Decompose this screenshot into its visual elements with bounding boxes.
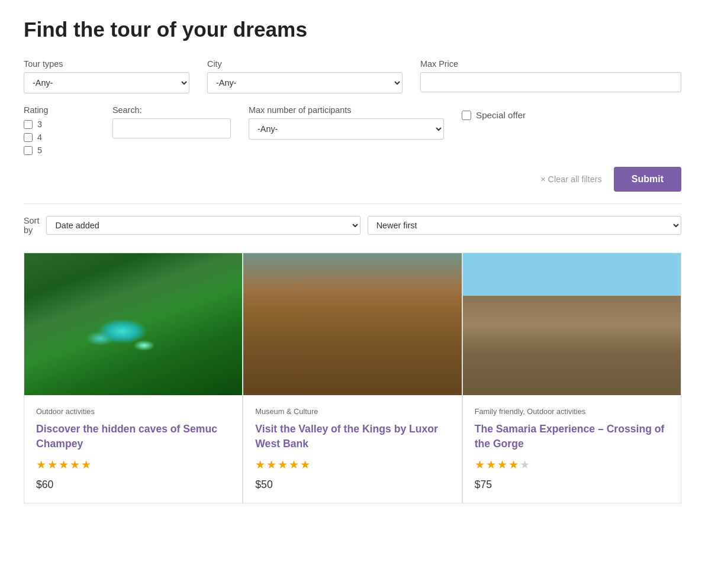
star-3: ★ bbox=[278, 458, 288, 471]
rating-3-label[interactable]: 3 bbox=[24, 119, 95, 129]
city-select[interactable]: -Any- Luxor Guatemala Crete bbox=[207, 72, 403, 93]
star-5: ★ bbox=[81, 458, 91, 471]
filter-row-2: Rating 3 4 5 Search: Max number of parti… bbox=[24, 105, 681, 155]
card-title-kings[interactable]: Visit the Valley of the Kings by Luxor W… bbox=[255, 422, 449, 451]
card-stars-samaria: ★ ★ ★ ★ ★ bbox=[475, 458, 669, 471]
participants-label: Max number of participants bbox=[249, 105, 444, 115]
card-image-samaria bbox=[463, 253, 681, 395]
card-price-kings: $50 bbox=[255, 479, 449, 491]
card-stars-kings: ★ ★ ★ ★ ★ bbox=[255, 458, 449, 471]
search-label: Search: bbox=[112, 105, 231, 115]
tour-types-group: Tour types -Any- Outdoor activities Muse… bbox=[24, 59, 189, 93]
card-image-semuc bbox=[24, 253, 242, 395]
cards-grid: Outdoor activities Discover the hidden c… bbox=[24, 253, 681, 503]
card-stars-semuc: ★ ★ ★ ★ ★ bbox=[36, 458, 230, 471]
special-offer-label: Special offer bbox=[476, 110, 526, 120]
card-title-samaria[interactable]: The Samaria Experience – Crossing of the… bbox=[475, 422, 669, 451]
clear-filters-link[interactable]: × Clear all filters bbox=[540, 175, 602, 184]
participants-select[interactable]: -Any- 5 10 15 20 bbox=[249, 118, 444, 140]
rating-checks: 3 4 5 bbox=[24, 119, 95, 155]
special-offer-group: Special offer bbox=[462, 105, 681, 120]
card-semuc: Outdoor activities Discover the hidden c… bbox=[24, 253, 243, 503]
star-2: ★ bbox=[486, 458, 496, 471]
rating-4-label[interactable]: 4 bbox=[24, 133, 95, 142]
participants-group: Max number of participants -Any- 5 10 15… bbox=[249, 105, 444, 140]
card-body-semuc: Outdoor activities Discover the hidden c… bbox=[24, 395, 242, 503]
rating-5-label[interactable]: 5 bbox=[24, 146, 95, 155]
card-price-semuc: $60 bbox=[36, 479, 230, 491]
card-type-samaria: Family friendly, Outdoor activities bbox=[475, 407, 669, 416]
card-body-kings: Museum & Culture Visit the Valley of the… bbox=[243, 395, 461, 503]
right-filter-col: Special offer bbox=[462, 105, 681, 120]
filters-section: Tour types -Any- Outdoor activities Muse… bbox=[24, 59, 681, 192]
tour-types-label: Tour types bbox=[24, 59, 189, 69]
card-image-kings bbox=[243, 253, 461, 395]
card-type-kings: Museum & Culture bbox=[255, 407, 449, 416]
rating-5-checkbox[interactable] bbox=[24, 146, 33, 155]
rating-4-checkbox[interactable] bbox=[24, 133, 33, 142]
card-kings: Museum & Culture Visit the Valley of the… bbox=[243, 253, 462, 503]
star-4: ★ bbox=[70, 458, 80, 471]
star-4: ★ bbox=[508, 458, 519, 471]
filter-row-1: Tour types -Any- Outdoor activities Muse… bbox=[24, 59, 681, 93]
card-type-semuc: Outdoor activities bbox=[36, 407, 230, 416]
star-1: ★ bbox=[36, 458, 46, 471]
card-body-samaria: Family friendly, Outdoor activities The … bbox=[463, 395, 681, 503]
sort-label: Sort by bbox=[24, 216, 39, 235]
star-3: ★ bbox=[497, 458, 507, 471]
card-title-semuc[interactable]: Discover the hidden caves of Semuc Champ… bbox=[36, 422, 230, 451]
star-3: ★ bbox=[59, 458, 69, 471]
tour-types-select[interactable]: -Any- Outdoor activities Museum & Cultur… bbox=[24, 72, 189, 93]
divider bbox=[24, 203, 681, 204]
special-offer-checkbox[interactable] bbox=[462, 111, 471, 120]
star-2: ★ bbox=[266, 458, 276, 471]
page-title: Find the tour of your dreams bbox=[24, 18, 681, 41]
max-price-group: Max Price bbox=[420, 59, 681, 92]
city-group: City -Any- Luxor Guatemala Crete bbox=[207, 59, 403, 93]
submit-button[interactable]: Submit bbox=[614, 167, 681, 192]
star-5-empty: ★ bbox=[520, 458, 530, 471]
star-1: ★ bbox=[475, 458, 485, 471]
filter-actions: × Clear all filters Submit bbox=[24, 167, 681, 192]
card-samaria: Family friendly, Outdoor activities The … bbox=[462, 253, 681, 503]
search-input[interactable] bbox=[112, 118, 231, 138]
card-price-samaria: $75 bbox=[475, 479, 669, 491]
rating-3-checkbox[interactable] bbox=[24, 120, 33, 129]
star-5: ★ bbox=[300, 458, 310, 471]
rating-group: Rating 3 4 5 bbox=[24, 105, 95, 155]
sort-section: Sort by Date added Price Rating Newer fi… bbox=[24, 216, 681, 235]
star-4: ★ bbox=[289, 458, 299, 471]
star-1: ★ bbox=[255, 458, 265, 471]
sort-field-select[interactable]: Date added Price Rating bbox=[46, 216, 360, 235]
rating-label: Rating bbox=[24, 105, 95, 115]
search-group: Search: bbox=[112, 105, 231, 138]
sort-order-select[interactable]: Newer first Older first bbox=[368, 216, 681, 235]
city-label: City bbox=[207, 59, 403, 69]
max-price-input[interactable] bbox=[420, 72, 681, 92]
max-price-label: Max Price bbox=[420, 59, 681, 69]
star-2: ★ bbox=[47, 458, 57, 471]
